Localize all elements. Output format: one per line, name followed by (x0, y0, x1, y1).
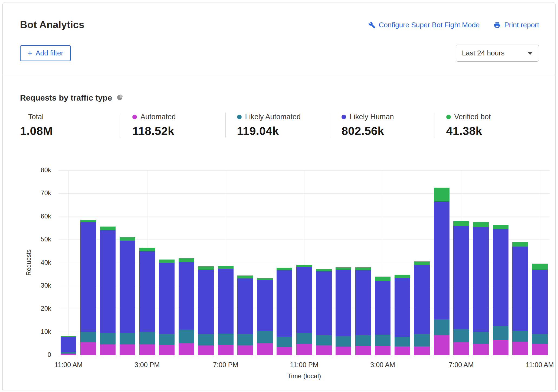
stat-total[interactable]: Total 1.08M (20, 113, 121, 138)
bar-segment-likely-automated[interactable] (434, 319, 449, 335)
bar-segment-verified-bot[interactable] (453, 221, 469, 226)
bar-segment-likely-automated[interactable] (316, 335, 332, 345)
bar-segment-likely-human[interactable] (100, 230, 116, 333)
bar-segment-likely-human[interactable] (179, 262, 194, 330)
configure-super-bot-fight-mode-link[interactable]: Configure Super Bot Fight Mode (368, 21, 480, 29)
bar-segment-likely-automated[interactable] (100, 333, 116, 344)
bar-segment-verified-bot[interactable] (473, 222, 489, 227)
bar-segment-likely-automated[interactable] (120, 333, 135, 344)
bar-segment-automated[interactable] (237, 345, 253, 355)
bar-segment-likely-automated[interactable] (512, 331, 528, 342)
bar-segment-likely-human[interactable] (355, 270, 371, 335)
bar-segment-likely-automated[interactable] (336, 336, 351, 347)
bar-segment-likely-human[interactable] (80, 222, 96, 332)
bar-segment-likely-automated[interactable] (473, 332, 489, 344)
stat-likely-human[interactable]: Likely Human 802.56k (330, 113, 435, 138)
bar-segment-likely-automated[interactable] (61, 352, 76, 354)
bar-segment-verified-bot[interactable] (277, 268, 292, 270)
bar-segment-likely-human[interactable] (493, 229, 508, 326)
bar-segment-verified-bot[interactable] (80, 220, 96, 222)
bar-segment-likely-automated[interactable] (493, 326, 508, 340)
bar-segment-likely-human[interactable] (159, 263, 175, 334)
bar-segment-verified-bot[interactable] (375, 277, 390, 281)
bar-segment-verified-bot[interactable] (100, 227, 116, 230)
bar-segment-likely-automated[interactable] (257, 331, 273, 343)
bar-segment-likely-human[interactable] (414, 265, 430, 334)
bar-segment-likely-automated[interactable] (277, 337, 292, 347)
bar-segment-likely-automated[interactable] (218, 334, 234, 345)
bar-segment-likely-automated[interactable] (80, 332, 96, 342)
bar-segment-verified-bot[interactable] (296, 265, 312, 267)
bar-segment-likely-human[interactable] (434, 201, 449, 319)
bar-segment-likely-human[interactable] (120, 241, 135, 333)
bar-segment-verified-bot[interactable] (198, 266, 214, 270)
bar-segment-likely-human[interactable] (473, 227, 489, 332)
bar-segment-verified-bot[interactable] (120, 237, 135, 241)
bar-segment-likely-automated[interactable] (453, 329, 469, 343)
bar-segment-automated[interactable] (434, 335, 449, 355)
bar-segment-automated[interactable] (395, 346, 410, 355)
stat-likely-automated[interactable]: Likely Automated 119.04k (225, 113, 330, 138)
bar-segment-automated[interactable] (355, 346, 371, 355)
bar-segment-likely-human[interactable] (395, 278, 410, 337)
bar-segment-verified-bot[interactable] (414, 261, 430, 265)
bar-segment-automated[interactable] (159, 345, 175, 355)
bar-segment-automated[interactable] (296, 344, 312, 355)
bar-segment-automated[interactable] (218, 345, 234, 355)
bar-segment-likely-human[interactable] (277, 270, 292, 337)
bar-segment-verified-bot[interactable] (237, 275, 253, 278)
stat-automated[interactable]: Automated 118.52k (121, 113, 225, 138)
bar-segment-automated[interactable] (375, 346, 390, 355)
bar-segment-likely-automated[interactable] (296, 333, 312, 344)
bar-segment-automated[interactable] (493, 340, 508, 355)
bar-segment-verified-bot[interactable] (139, 248, 155, 251)
bar-segment-likely-automated[interactable] (532, 334, 548, 344)
bar-segment-automated[interactable] (120, 344, 135, 355)
print-report-link[interactable]: Print report (494, 21, 539, 29)
bar-segment-verified-bot[interactable] (218, 266, 234, 269)
bar-segment-likely-human[interactable] (61, 337, 76, 352)
time-range-select[interactable]: Last 24 hours (456, 45, 539, 62)
bar-segment-automated[interactable] (80, 342, 96, 355)
bar-segment-automated[interactable] (414, 346, 430, 355)
bar-segment-verified-bot[interactable] (395, 275, 410, 278)
bar-segment-automated[interactable] (512, 342, 528, 355)
bar-segment-verified-bot[interactable] (493, 225, 508, 229)
bar-segment-automated[interactable] (473, 344, 489, 355)
bar-segment-verified-bot[interactable] (179, 258, 194, 262)
bar-segment-likely-automated[interactable] (179, 330, 194, 343)
bar-segment-verified-bot[interactable] (257, 278, 273, 280)
bar-segment-likely-human[interactable] (375, 281, 390, 335)
bar-segment-automated[interactable] (277, 347, 292, 355)
bar-segment-likely-human[interactable] (218, 269, 234, 334)
bar-segment-likely-human[interactable] (139, 251, 155, 332)
bar-segment-verified-bot[interactable] (61, 336, 76, 337)
bar-segment-likely-human[interactable] (198, 270, 214, 334)
bar-segment-likely-human[interactable] (237, 278, 253, 334)
bar-segment-likely-human[interactable] (453, 226, 469, 329)
bar-segment-likely-automated[interactable] (355, 335, 371, 346)
bar-segment-automated[interactable] (453, 342, 469, 355)
add-filter-button[interactable]: + Add filter (20, 45, 71, 61)
bar-segment-automated[interactable] (198, 346, 214, 355)
bar-segment-likely-human[interactable] (512, 247, 528, 331)
bar-segment-likely-automated[interactable] (375, 335, 390, 346)
bar-segment-verified-bot[interactable] (316, 269, 332, 271)
bar-segment-verified-bot[interactable] (159, 260, 175, 263)
bar-segment-automated[interactable] (61, 354, 76, 355)
bar-segment-likely-automated[interactable] (159, 334, 175, 344)
stat-verified-bot[interactable]: Verified bot 41.38k (435, 113, 539, 138)
bar-segment-likely-automated[interactable] (414, 334, 430, 346)
bar-segment-automated[interactable] (139, 344, 155, 355)
bar-segment-automated[interactable] (316, 345, 332, 355)
bar-segment-likely-automated[interactable] (139, 332, 155, 344)
bar-segment-verified-bot[interactable] (434, 188, 449, 201)
bar-segment-automated[interactable] (257, 343, 273, 355)
bar-segment-likely-human[interactable] (316, 271, 332, 335)
bar-segment-verified-bot[interactable] (355, 267, 371, 270)
bar-segment-likely-automated[interactable] (198, 334, 214, 346)
bar-segment-automated[interactable] (179, 343, 194, 355)
bar-segment-automated[interactable] (532, 344, 548, 355)
bar-segment-automated[interactable] (336, 347, 351, 355)
bar-segment-verified-bot[interactable] (532, 264, 548, 270)
